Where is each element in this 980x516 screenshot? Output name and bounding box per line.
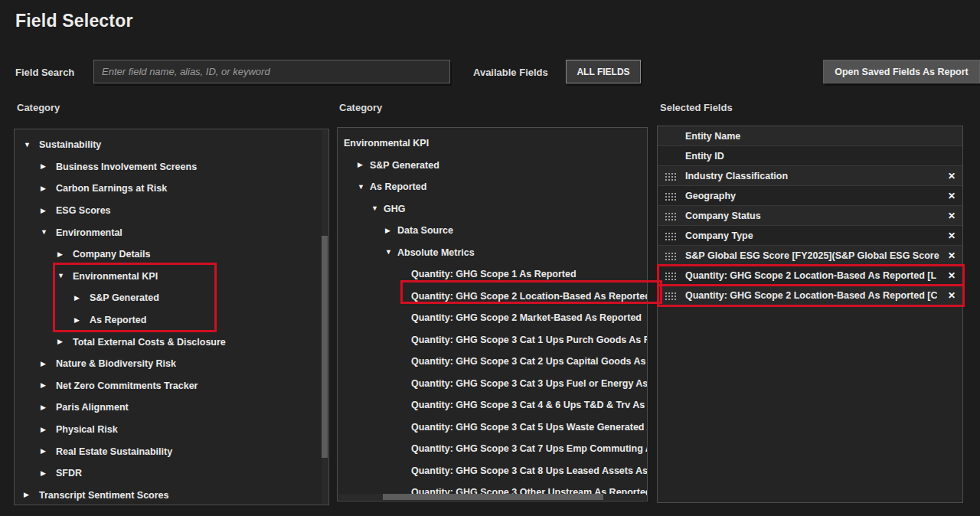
chevron-right-icon[interactable]: ▶ — [358, 162, 370, 168]
chevron-down-icon[interactable]: ▼ — [385, 249, 397, 256]
tree-item-sfdr[interactable]: ▶SFDR — [15, 462, 328, 485]
remove-field-icon[interactable]: ✕ — [948, 250, 956, 261]
drag-handle-icon[interactable] — [665, 192, 677, 201]
selected-field-row-quantity-ghg-scope-2-location-based-as-reported-[interactable]: Quantity: GHG Scope 2 Location-Based As … — [658, 286, 962, 305]
tree-item-environmental-kpi[interactable]: Environmental KPI — [338, 132, 647, 155]
selected-field-row-company-status[interactable]: Company Status✕ — [658, 206, 962, 226]
category-tree: ▼Sustainability▶Business Involvement Scr… — [15, 129, 328, 505]
tree-item-absolute-metrics[interactable]: ▼Absolute Metrics — [338, 242, 647, 264]
chevron-right-icon[interactable]: ▶ — [57, 338, 73, 345]
tree-item-s-p-generated[interactable]: ▶S&P Generated — [338, 155, 647, 177]
selected-field-row-entity-id[interactable]: Entity ID — [658, 146, 962, 166]
category-tree-panel: ▼Sustainability▶Business Involvement Scr… — [14, 129, 329, 505]
tree-item-physical-risk[interactable]: ▶Physical Risk — [15, 419, 328, 441]
field-search-input[interactable] — [93, 60, 450, 83]
tree-item-real-estate-sustainability[interactable]: ▶Real Estate Sustainability — [15, 440, 328, 462]
subcategory-tree: Environmental KPI▶S&P Generated▼As Repor… — [338, 128, 647, 501]
tree-item-label: Quantity: GHG Scope 2 Location-Based As … — [411, 291, 647, 302]
selected-field-label: S&P Global ESG Score [FY2025](S&P Global… — [685, 250, 939, 261]
tree-item-data-source[interactable]: ▶Data Source — [338, 220, 647, 242]
chevron-right-icon[interactable]: ▶ — [24, 492, 39, 498]
chevron-right-icon[interactable]: ▶ — [41, 404, 56, 411]
chevron-down-icon[interactable]: ▼ — [41, 229, 56, 236]
chevron-right-icon[interactable]: ▶ — [41, 426, 56, 433]
chevron-right-icon[interactable]: ▶ — [41, 470, 56, 477]
tree-item-quantity-ghg-scope-3-cat-2-ups-capital-goods-as-[interactable]: Quantity: GHG Scope 3 Cat 2 Ups Capital … — [338, 351, 647, 373]
tree-item-ghg[interactable]: ▼GHG — [338, 198, 647, 220]
drag-handle-icon[interactable] — [665, 272, 677, 280]
tree-item-sustainability[interactable]: ▼Sustainability — [15, 134, 328, 156]
tree-item-environmental[interactable]: ▼Environmental — [15, 221, 328, 243]
chevron-right-icon[interactable]: ▶ — [41, 163, 56, 170]
horizontal-scrollbar-thumb[interactable] — [383, 494, 603, 500]
tree-item-s-p-generated[interactable]: ▶S&P Generated — [15, 287, 328, 309]
chevron-right-icon[interactable]: ▶ — [41, 448, 56, 455]
tree-item-label: Data Source — [397, 225, 453, 236]
horizontal-scrollbar[interactable] — [338, 494, 646, 500]
tree-item-nature-biodiversity-risk[interactable]: ▶Nature & Biodiversity Risk — [15, 353, 328, 375]
chevron-down-icon[interactable]: ▼ — [371, 205, 384, 212]
selected-fields-header: Selected Fields — [660, 102, 733, 113]
chevron-right-icon[interactable]: ▶ — [41, 382, 56, 389]
chevron-right-icon[interactable]: ▶ — [74, 317, 90, 324]
tree-item-quantity-ghg-scope-3-cat-3-ups-fuel-or-energy-as[interactable]: Quantity: GHG Scope 3 Cat 3 Ups Fuel or … — [338, 373, 647, 395]
selected-field-row-s-p-global-esg-score-fy2025-s-p-global-esg-score[interactable]: S&P Global ESG Score [FY2025](S&P Global… — [658, 246, 962, 266]
tree-item-quantity-ghg-scope-3-cat-8-ups-leased-assets-as-[interactable]: Quantity: GHG Scope 3 Cat 8 Ups Leased A… — [338, 460, 647, 482]
selected-field-row-company-type[interactable]: Company Type✕ — [658, 226, 962, 246]
vertical-scrollbar-thumb[interactable] — [322, 236, 328, 458]
selected-field-row-quantity-ghg-scope-2-location-based-as-reported-[interactable]: Quantity: GHG Scope 2 Location-Based As … — [658, 266, 962, 286]
tree-item-quantity-ghg-scope-3-cat-4-6-ups-t-d-trv-as-repo[interactable]: Quantity: GHG Scope 3 Cat 4 & 6 Ups T&D … — [338, 394, 647, 416]
tree-item-total-external-costs-disclosure[interactable]: ▶Total External Costs & Disclosure — [15, 331, 328, 353]
remove-field-icon[interactable]: ✕ — [948, 290, 956, 301]
tree-item-quantity-ghg-scope-1-as-reported[interactable]: Quantity: GHG Scope 1 As Reported — [338, 263, 647, 286]
drag-handle-icon[interactable] — [665, 252, 677, 260]
drag-handle-icon[interactable] — [665, 292, 677, 300]
tree-item-environmental-kpi[interactable]: ▼Environmental KPI — [15, 266, 328, 288]
selected-field-row-entity-name[interactable]: Entity Name — [658, 126, 962, 146]
tree-item-label: Quantity: GHG Scope 3 Cat 3 Ups Fuel or … — [411, 378, 647, 389]
tree-item-label: Environmental KPI — [73, 271, 158, 282]
tree-item-business-involvement-screens[interactable]: ▶Business Involvement Screens — [15, 156, 328, 178]
tree-item-paris-alignment[interactable]: ▶Paris Alignment — [15, 397, 328, 419]
tree-item-esg-scores[interactable]: ▶ESG Scores — [15, 200, 328, 222]
remove-field-icon[interactable]: ✕ — [948, 191, 956, 201]
chevron-right-icon[interactable]: ▶ — [41, 207, 56, 214]
tree-item-as-reported[interactable]: ▶As Reported — [15, 309, 328, 331]
tree-item-quantity-ghg-scope-2-market-based-as-reported[interactable]: Quantity: GHG Scope 2 Market-Based As Re… — [338, 307, 647, 329]
tree-item-label: Total External Costs & Disclosure — [73, 337, 226, 348]
tree-item-as-reported[interactable]: ▼As Reported — [338, 176, 647, 198]
tree-item-quantity-ghg-scope-3-cat-5-ups-waste-generated-a[interactable]: Quantity: GHG Scope 3 Cat 5 Ups Waste Ge… — [338, 416, 647, 439]
page-title: Field Selector — [15, 11, 133, 31]
remove-field-icon[interactable]: ✕ — [948, 230, 956, 241]
selected-field-label: Quantity: GHG Scope 2 Location-Based As … — [685, 270, 936, 281]
remove-field-icon[interactable]: ✕ — [948, 211, 956, 221]
drag-handle-icon[interactable] — [665, 232, 677, 240]
open-saved-fields-as-report-button[interactable]: Open Saved Fields As Report — [823, 60, 980, 83]
chevron-right-icon[interactable]: ▶ — [41, 185, 56, 192]
selected-field-label: Geography — [685, 191, 736, 201]
chevron-down-icon[interactable]: ▼ — [57, 273, 73, 279]
tree-item-transcript-sentiment-scores[interactable]: ▶Transcript Sentiment Scores — [15, 485, 328, 506]
drag-handle-icon[interactable] — [665, 172, 677, 181]
selected-field-row-industry-classification[interactable]: Industry Classification✕ — [658, 166, 962, 186]
chevron-right-icon[interactable]: ▶ — [74, 295, 90, 302]
selected-field-row-geography[interactable]: Geography✕ — [658, 186, 962, 206]
vertical-scrollbar[interactable] — [322, 130, 328, 504]
tree-item-net-zero-commitments-tracker[interactable]: ▶Net Zero Commitments Tracker — [15, 375, 328, 397]
remove-field-icon[interactable]: ✕ — [948, 270, 956, 281]
tree-item-carbon-earnings-at-risk[interactable]: ▶Carbon Earnings at Risk — [15, 178, 328, 200]
tree-item-company-details[interactable]: ▶Company Details — [15, 243, 328, 266]
remove-field-icon[interactable]: ✕ — [948, 171, 956, 181]
chevron-down-icon[interactable]: ▼ — [358, 184, 370, 191]
tree-item-quantity-ghg-scope-3-cat-1-ups-purch-goods-as-re[interactable]: Quantity: GHG Scope 3 Cat 1 Ups Purch Go… — [338, 329, 647, 351]
chevron-down-icon[interactable]: ▼ — [24, 142, 39, 149]
chevron-right-icon[interactable]: ▶ — [385, 227, 397, 234]
chevron-right-icon[interactable]: ▶ — [41, 361, 56, 367]
tree-item-quantity-ghg-scope-3-cat-7-ups-emp-commuting-as-[interactable]: Quantity: GHG Scope 3 Cat 7 Ups Emp Comm… — [338, 438, 647, 460]
chevron-right-icon[interactable]: ▶ — [57, 251, 73, 258]
tree-item-label: S&P Generated — [90, 292, 159, 303]
all-fields-button[interactable]: ALL FIELDS — [566, 60, 641, 83]
tree-item-label: Transcript Sentiment Scores — [39, 490, 169, 501]
tree-item-quantity-ghg-scope-2-location-based-as-reported[interactable]: Quantity: GHG Scope 2 Location-Based As … — [338, 286, 647, 308]
drag-handle-icon[interactable] — [665, 212, 677, 220]
